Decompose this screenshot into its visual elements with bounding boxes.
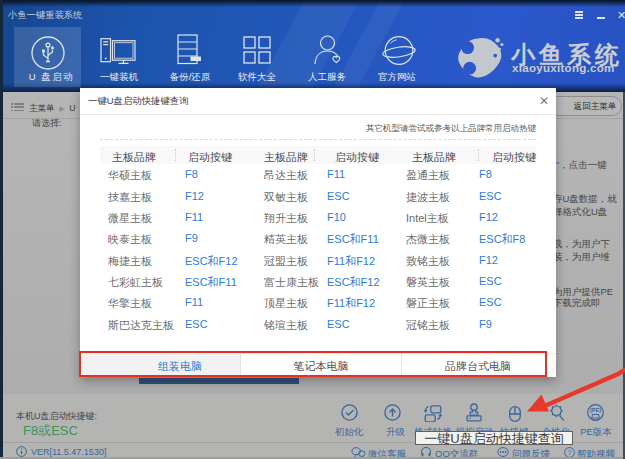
svg-text:?: ? <box>568 449 572 456</box>
